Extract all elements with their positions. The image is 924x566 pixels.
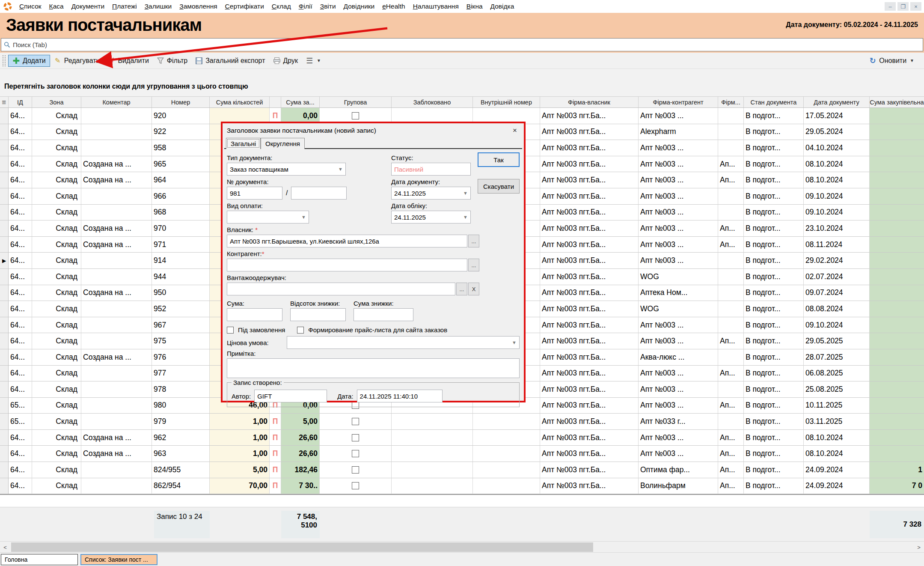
column-header-1[interactable]: ІД bbox=[9, 97, 32, 107]
menu-item-Довідники[interactable]: Довідники bbox=[340, 1, 379, 12]
menu-item-Замовлення[interactable]: Замовлення bbox=[175, 1, 221, 12]
group-checkbox[interactable] bbox=[352, 418, 359, 425]
contragent-field[interactable] bbox=[227, 259, 467, 271]
group-checkbox[interactable] bbox=[352, 466, 359, 474]
table-row[interactable]: 64...СкладСоздана на ...9621,00П26,60Апт… bbox=[0, 430, 924, 446]
owner-browse-button[interactable]: ... bbox=[468, 235, 479, 247]
menu-item-Каса[interactable]: Каса bbox=[45, 1, 68, 12]
column-header-13[interactable]: Фірм... bbox=[718, 97, 744, 107]
sum-field[interactable] bbox=[227, 308, 282, 321]
contragent-input[interactable] bbox=[230, 262, 464, 269]
menu-item-Залишки[interactable]: Залишки bbox=[141, 1, 176, 12]
menu-item-Документи[interactable]: Документи bbox=[68, 1, 108, 12]
add-button[interactable]: ✚ Додати bbox=[8, 55, 50, 67]
dialog-close-icon[interactable]: × bbox=[510, 126, 520, 135]
menu-item-Довідка[interactable]: Довідка bbox=[487, 1, 518, 12]
menu-item-Сертифікати[interactable]: Сертифікати bbox=[221, 1, 268, 12]
discount-pct-field[interactable] bbox=[290, 308, 346, 321]
column-header-2[interactable]: Зона bbox=[32, 97, 81, 107]
close-button[interactable]: × bbox=[910, 2, 921, 11]
scrollbar-thumb[interactable] bbox=[11, 542, 593, 552]
doc-no-field[interactable] bbox=[227, 187, 282, 200]
table-row[interactable]: 64...Склад862/95470,00П7 30..Апт №003 пг… bbox=[0, 478, 924, 495]
column-header-12[interactable]: Фірма-контрагент bbox=[639, 97, 718, 107]
discount-sum-input[interactable] bbox=[357, 311, 410, 319]
menu-item-Вікна[interactable]: Вікна bbox=[463, 1, 487, 12]
column-header-6[interactable] bbox=[270, 97, 281, 107]
doc-no-suffix-field[interactable] bbox=[291, 187, 347, 200]
doc-no-input[interactable] bbox=[230, 190, 279, 197]
tab-general[interactable]: Загальні bbox=[226, 138, 261, 149]
note-field[interactable] bbox=[227, 358, 520, 378]
consignee-input[interactable] bbox=[230, 286, 452, 293]
menu-item-eHealth[interactable]: eHealth bbox=[378, 1, 409, 12]
menu-item-Філії[interactable]: Філії bbox=[295, 1, 316, 12]
group-checkbox-cell[interactable] bbox=[320, 462, 392, 478]
delete-button[interactable]: ✘ Видалити bbox=[104, 55, 152, 66]
column-header-8[interactable]: Групова bbox=[320, 97, 392, 107]
discount-pct-input[interactable] bbox=[293, 311, 343, 319]
price-list-checkbox[interactable] bbox=[297, 327, 304, 334]
column-header-7[interactable]: Сума за... bbox=[281, 97, 320, 107]
cancel-button[interactable]: Скасувати bbox=[478, 179, 520, 194]
column-header-15[interactable]: Дата документу bbox=[804, 97, 870, 107]
contragent-browse-button[interactable]: ... bbox=[468, 259, 479, 271]
acc-date-select[interactable]: 24.11.2025 ▼ bbox=[391, 211, 471, 223]
search-box[interactable] bbox=[1, 38, 923, 51]
sum-input[interactable] bbox=[230, 311, 279, 319]
ok-button[interactable]: Так bbox=[478, 152, 520, 167]
owner-field[interactable] bbox=[227, 235, 467, 247]
view-options-button[interactable]: ☰ ▼ bbox=[302, 55, 325, 66]
menu-item-Налаштування[interactable]: Налаштування bbox=[409, 1, 463, 12]
scroll-left-arrow[interactable]: < bbox=[0, 542, 10, 553]
consignee-field[interactable] bbox=[227, 283, 455, 295]
filter-button[interactable]: Фільтр bbox=[153, 55, 191, 66]
menu-item-Платежі[interactable]: Платежі bbox=[108, 1, 141, 12]
table-row[interactable]: 64...Склад824/9555,00П182,46Апт №003 пгт… bbox=[0, 462, 924, 478]
group-checkbox-cell[interactable] bbox=[320, 430, 392, 446]
print-button[interactable]: Друк bbox=[269, 55, 302, 66]
doc-type-select[interactable]: Заказ поставщикам ▼ bbox=[227, 163, 346, 176]
toolbar-grip[interactable] bbox=[3, 55, 6, 66]
export-button[interactable]: Загальний експорт bbox=[191, 55, 269, 66]
group-checkbox-cell[interactable] bbox=[320, 478, 392, 495]
restore-button[interactable]: ❐ bbox=[897, 2, 909, 11]
column-header-10[interactable]: Внутрішній номер bbox=[473, 97, 540, 107]
group-checkbox-cell[interactable] bbox=[320, 414, 392, 430]
price-cond-select[interactable]: ▼ bbox=[287, 336, 520, 349]
scroll-right-arrow[interactable]: > bbox=[914, 542, 924, 553]
column-header-16[interactable]: Сума закупівельна bbox=[870, 97, 924, 107]
owner-input[interactable] bbox=[230, 238, 464, 245]
menu-item-Звіти[interactable]: Звіти bbox=[316, 1, 340, 12]
doc-no-suffix-input[interactable] bbox=[294, 190, 344, 197]
doc-date-select[interactable]: 24.11.2025 ▼ bbox=[391, 187, 471, 200]
refresh-button[interactable]: ↻ Оновити ▼ bbox=[865, 55, 918, 66]
menu-item-Список[interactable]: Список bbox=[15, 1, 45, 12]
table-row[interactable]: 64...СкладСоздана на ...9631,00П26,60Апт… bbox=[0, 446, 924, 462]
group-checkbox[interactable] bbox=[352, 112, 359, 119]
taskbar-home-button[interactable]: Головна bbox=[1, 554, 78, 565]
tab-rounding[interactable]: Округлення bbox=[261, 138, 305, 149]
minimize-button[interactable]: – bbox=[885, 2, 896, 11]
table-row[interactable]: 65...Склад9791,00П5,00Апт №003 пгт.Ба...… bbox=[0, 414, 924, 430]
horizontal-scrollbar[interactable]: < > bbox=[0, 541, 924, 552]
column-header-5[interactable]: Сума кількостей bbox=[210, 97, 270, 107]
pay-type-select[interactable]: ▼ bbox=[227, 211, 309, 223]
group-checkbox[interactable] bbox=[352, 434, 359, 441]
group-checkbox[interactable] bbox=[352, 482, 359, 489]
column-header-9[interactable]: Заблоковано bbox=[392, 97, 473, 107]
column-header-3[interactable]: Коментар bbox=[81, 97, 152, 107]
menu-item-Склад[interactable]: Склад bbox=[268, 1, 295, 12]
author-field[interactable] bbox=[254, 390, 327, 402]
consignee-clear-button[interactable]: X bbox=[468, 283, 479, 295]
group-checkbox[interactable] bbox=[352, 450, 359, 457]
column-header-11[interactable]: Фірма-власник bbox=[540, 97, 639, 107]
discount-sum-field[interactable] bbox=[354, 308, 413, 321]
author-input[interactable] bbox=[257, 393, 324, 400]
column-header-14[interactable]: Стан документа bbox=[744, 97, 804, 107]
search-input[interactable] bbox=[13, 41, 920, 48]
taskbar-current-list-button[interactable]: Список: Заявки пост ... bbox=[80, 554, 157, 565]
group-checkbox-cell[interactable] bbox=[320, 446, 392, 462]
consignee-browse-button[interactable]: ... bbox=[456, 283, 467, 295]
edit-button[interactable]: ✎ Редагувати bbox=[50, 55, 104, 66]
